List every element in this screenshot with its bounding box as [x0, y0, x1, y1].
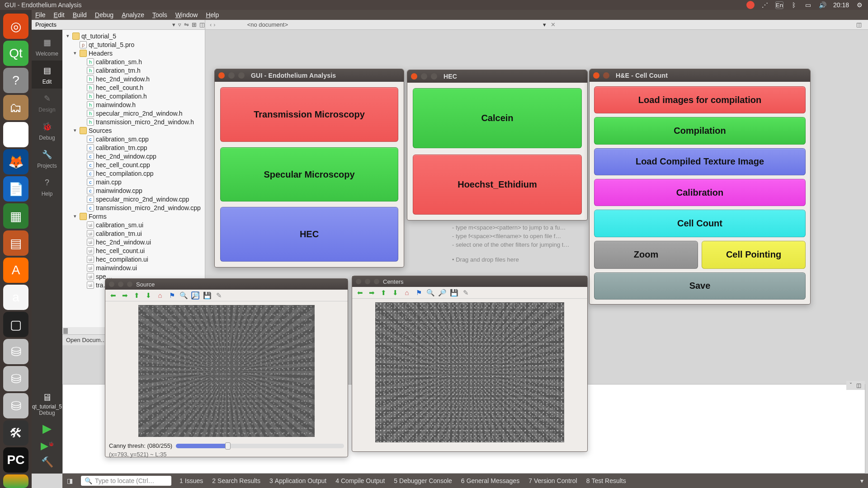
minimize-icon[interactable]: [365, 279, 370, 284]
gear-icon[interactable]: ⚙: [855, 1, 863, 9]
output-tab[interactable]: 1Issues: [179, 477, 203, 484]
launcher-dash-icon[interactable]: ◎: [3, 14, 28, 39]
volume-icon[interactable]: 🔊: [819, 1, 827, 9]
menu-analyze[interactable]: Analyze: [122, 11, 144, 19]
nav-back-icon[interactable]: ‹: [210, 21, 212, 28]
launcher-calc-icon[interactable]: ▦: [3, 203, 28, 229]
window-titlebar[interactable]: Centers: [352, 276, 587, 287]
launcher-amazon-icon[interactable]: a: [3, 285, 28, 310]
filter-icon[interactable]: ▿: [178, 21, 181, 28]
launcher-overflow-icon[interactable]: [3, 474, 28, 488]
brush-icon[interactable]: ✎: [462, 289, 470, 297]
tree-item[interactable]: hhec_cell_count.h: [63, 83, 204, 92]
arrow-down-icon[interactable]: ⬇: [391, 289, 399, 297]
dropdown-icon[interactable]: ▾: [172, 21, 175, 28]
transmission-microscopy-button[interactable]: Transmission Microscopy: [220, 87, 398, 142]
network-icon[interactable]: ⋰: [761, 1, 769, 9]
tree-item[interactable]: chec_2nd_window.cpp: [63, 152, 204, 160]
window-titlebar[interactable]: H&E - Cell Count: [590, 69, 810, 82]
save-icon[interactable]: 💾: [203, 291, 211, 300]
tree-item[interactable]: hspecular_micro_2nd_window.h: [63, 109, 204, 117]
home-icon[interactable]: ⌂: [403, 289, 411, 297]
zoom-out-icon[interactable]: 🔍: [179, 291, 188, 300]
launcher-settings-icon[interactable]: 🛠: [3, 420, 28, 446]
window-titlebar[interactable]: GUI - Endothelium Analysis: [215, 69, 404, 82]
tree-item[interactable]: ▾qt_tutorial_5: [63, 32, 204, 40]
tree-item[interactable]: uimainwindow.ui: [63, 263, 204, 272]
arrow-up-icon[interactable]: ⬆: [132, 291, 141, 300]
launcher-show-desktop-icon[interactable]: ▢: [3, 312, 28, 337]
arrow-right-icon[interactable]: ➡: [368, 289, 376, 297]
output-split-icon[interactable]: ◫: [856, 382, 861, 389]
launcher-files-icon[interactable]: 🗂: [3, 95, 28, 120]
projects-dropdown[interactable]: Projects ▾ ▿ ⇋ ⊞ ◫: [32, 20, 205, 29]
sidebar-toggle-icon[interactable]: ◫: [856, 21, 862, 28]
launcher-writer-icon[interactable]: 📄: [3, 176, 28, 202]
menu-tools[interactable]: Tools: [152, 11, 167, 19]
menu-window[interactable]: Window: [175, 11, 198, 19]
zoom-out-icon[interactable]: 🔍: [426, 289, 434, 297]
nav-forward-icon[interactable]: ›: [213, 21, 215, 28]
add-icon[interactable]: ⊞: [192, 21, 197, 28]
dropdown-icon[interactable]: ▾: [860, 477, 863, 484]
close-icon[interactable]: [356, 279, 361, 284]
calibration-button[interactable]: Calibration: [594, 179, 806, 206]
home-icon[interactable]: ⌂: [156, 291, 164, 300]
arrow-down-icon[interactable]: ⬇: [144, 291, 152, 300]
tree-item[interactable]: chec_compilation.cpp: [63, 169, 204, 178]
document-selector[interactable]: <no document>: [220, 21, 539, 28]
minimize-icon[interactable]: [421, 73, 427, 80]
locator-input[interactable]: 🔍 Type to locate (Ctrl…: [81, 476, 171, 486]
run-button[interactable]: ▶: [42, 419, 52, 438]
close-icon[interactable]: [109, 282, 114, 287]
build-button[interactable]: 🔨: [41, 454, 53, 474]
arrow-left-icon[interactable]: ⬅: [356, 289, 364, 297]
output-tab[interactable]: 3Application Output: [269, 477, 326, 484]
dropdown-icon[interactable]: ▾: [543, 21, 546, 28]
cell-pointing-button[interactable]: Cell Pointing: [702, 241, 806, 269]
tree-item[interactable]: hcalibration_tm.h: [63, 66, 204, 75]
mode-projects[interactable]: 🔧Projects: [32, 145, 62, 173]
canny-threshold-slider[interactable]: Canny thresh: (080/255): [109, 442, 344, 449]
tree-item[interactable]: chec_cell_count.cpp: [63, 160, 204, 169]
hec-button[interactable]: HEC: [220, 207, 398, 262]
close-icon[interactable]: [593, 72, 599, 79]
window-titlebar[interactable]: Source: [105, 279, 348, 290]
arrow-up-icon[interactable]: ⬆: [379, 289, 387, 297]
brush-icon[interactable]: ✎: [215, 291, 223, 300]
launcher-drive-icon[interactable]: ⛁: [3, 339, 28, 364]
zoom-in-icon[interactable]: 🔎: [438, 289, 446, 297]
mode-welcome[interactable]: ▦Welcome: [32, 33, 62, 61]
clock[interactable]: 20:18: [833, 1, 849, 9]
specular-microscopy-button[interactable]: Specular Microscopy: [220, 147, 398, 202]
bluetooth-icon[interactable]: ᛒ: [790, 1, 798, 9]
cell-count-button[interactable]: Cell Count: [594, 210, 806, 237]
close-icon[interactable]: [218, 72, 225, 79]
menu-build[interactable]: Build: [73, 11, 87, 19]
window-titlebar[interactable]: HEC: [407, 70, 587, 83]
run-debug-button[interactable]: ▶🐞: [41, 438, 54, 454]
minimize-icon[interactable]: [603, 72, 609, 79]
tree-item[interactable]: uihec_2nd_window.ui: [63, 238, 204, 246]
launcher-chrome-icon[interactable]: ◉: [3, 122, 28, 147]
launcher-drive3-icon[interactable]: ⛁: [3, 393, 28, 418]
tree-item[interactable]: uicalibration_tm.ui: [63, 229, 204, 238]
maximize-icon[interactable]: [431, 73, 437, 80]
mode-edit[interactable]: ▤Edit: [32, 61, 62, 89]
output-tab[interactable]: 6General Messages: [461, 477, 519, 484]
output-tab[interactable]: 4Compile Output: [335, 477, 385, 484]
kit-selector[interactable]: 🖥 qt_tutorial_5 Debug: [30, 389, 64, 419]
mode-debug[interactable]: 🐞Debug: [32, 117, 62, 145]
flag-icon[interactable]: ⚑: [415, 289, 423, 297]
output-tab[interactable]: 5Debugger Console: [394, 477, 452, 484]
tree-item[interactable]: ctransmission_micro_2nd_window.cpp: [63, 203, 204, 212]
flag-icon[interactable]: ⚑: [168, 291, 176, 300]
tree-item[interactable]: uicalibration_sm.ui: [63, 221, 204, 229]
compilation-button[interactable]: Compilation: [594, 117, 806, 144]
minimize-icon[interactable]: [118, 282, 123, 287]
mode-design[interactable]: ✎Design: [32, 89, 62, 117]
language-indicator[interactable]: En: [775, 1, 783, 9]
tree-item[interactable]: hhec_compilation.h: [63, 92, 204, 100]
mode-help[interactable]: ?Help: [32, 173, 62, 201]
toggle-sidebar-icon[interactable]: ◨: [67, 477, 73, 484]
